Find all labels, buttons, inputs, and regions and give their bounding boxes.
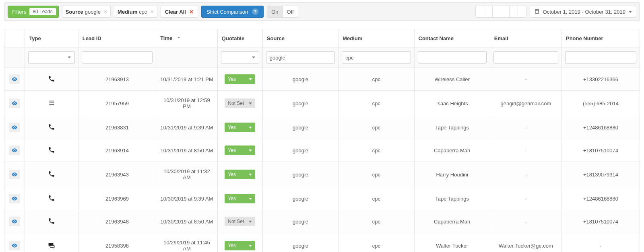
col-lead-id[interactable]: Lead ID bbox=[78, 29, 156, 47]
filter-phone[interactable] bbox=[565, 51, 636, 64]
filter-lead-id[interactable] bbox=[82, 51, 153, 64]
cell-email: - bbox=[490, 68, 561, 91]
view-row-button[interactable] bbox=[9, 145, 20, 155]
col-phone[interactable]: Phone Number bbox=[561, 29, 640, 47]
table-header-row: Type Lead ID Time Quotable Source Medium… bbox=[4, 29, 640, 47]
cell-time: 10/31/2019 at 9:39 AM bbox=[156, 116, 218, 139]
table-row: 2196383110/31/2019 at 9:39 AMYesgooglecp… bbox=[4, 116, 640, 139]
type-phone-icon bbox=[48, 197, 55, 203]
filter-tag-source[interactable]: Source google × bbox=[62, 6, 111, 18]
filter-tag-value: cpc bbox=[139, 9, 147, 15]
view-row-button[interactable] bbox=[9, 241, 20, 250]
cell-medium: cpc bbox=[339, 187, 414, 210]
cell-medium: cpc bbox=[339, 116, 414, 139]
toolbar-left: Filters 80 Leads Source google × Medium … bbox=[8, 6, 298, 18]
cell-source: google bbox=[262, 116, 338, 139]
calendar-icon bbox=[534, 8, 540, 15]
caret-down-icon bbox=[629, 11, 632, 13]
help-icon[interactable]: ? bbox=[252, 8, 258, 15]
filters-button[interactable]: Filters 80 Leads bbox=[8, 6, 59, 18]
cell-lead-id: 21963914 bbox=[78, 139, 156, 162]
filter-email[interactable] bbox=[493, 51, 558, 64]
col-source[interactable]: Source bbox=[262, 29, 338, 47]
toggle-off[interactable]: Off bbox=[283, 6, 298, 17]
cell-medium: cpc bbox=[339, 233, 414, 252]
cell-contact: Tape Tappings bbox=[414, 187, 490, 210]
upload-button[interactable] bbox=[476, 6, 484, 17]
refresh-button[interactable] bbox=[518, 6, 526, 17]
filter-tag-value: google bbox=[85, 9, 101, 15]
col-type[interactable]: Type bbox=[25, 29, 78, 47]
toggle-on[interactable]: On bbox=[267, 6, 283, 17]
add-button[interactable] bbox=[484, 6, 493, 17]
filter-contact[interactable] bbox=[418, 51, 487, 64]
col-quotable[interactable]: Quotable bbox=[217, 29, 262, 47]
filter-type[interactable] bbox=[28, 51, 74, 64]
cell-contact: Wireless Caller bbox=[414, 68, 490, 91]
cell-contact: Walter Tucker bbox=[414, 233, 490, 252]
leads-table: Type Lead ID Time Quotable Source Medium… bbox=[4, 29, 640, 252]
quotable-select[interactable]: Yes bbox=[225, 194, 255, 203]
toolbar: Filters 80 Leads Source google × Medium … bbox=[4, 2, 640, 21]
cell-phone: - bbox=[561, 233, 640, 252]
filter-tag-label: Source bbox=[66, 9, 83, 15]
close-icon[interactable]: × bbox=[104, 8, 107, 15]
caret-down-icon bbox=[249, 78, 252, 80]
cell-medium: cpc bbox=[339, 210, 414, 233]
view-row-button[interactable] bbox=[9, 98, 20, 108]
chevron-down-icon bbox=[176, 35, 181, 41]
col-contact[interactable]: Contact Name bbox=[414, 29, 490, 47]
filter-tag-medium[interactable]: Medium cpc × bbox=[114, 6, 157, 18]
quotable-select[interactable]: Yes bbox=[225, 170, 255, 179]
col-medium[interactable]: Medium bbox=[339, 29, 414, 47]
quotable-select[interactable]: Not Set bbox=[225, 98, 255, 108]
cell-time: 10/31/2019 at 12:59 PM bbox=[156, 91, 218, 116]
caret-down-icon bbox=[249, 102, 252, 104]
caret-down-icon bbox=[249, 127, 252, 129]
col-email[interactable]: Email bbox=[490, 29, 561, 47]
view-row-button[interactable] bbox=[9, 170, 20, 179]
strict-comparison-label: Strict Comparison bbox=[206, 9, 248, 15]
columns-button[interactable] bbox=[501, 6, 510, 17]
view-row-button[interactable] bbox=[9, 74, 20, 84]
view-row-button[interactable] bbox=[9, 123, 20, 132]
link-button[interactable] bbox=[510, 6, 518, 17]
table-row: 2196396910/30/2019 at 9:39 AMYesgooglecp… bbox=[4, 187, 640, 210]
cell-lead-id: 21963948 bbox=[78, 210, 156, 233]
cell-phone: +13302216366 bbox=[561, 68, 640, 91]
view-row-button[interactable] bbox=[9, 217, 20, 226]
col-time[interactable]: Time bbox=[156, 29, 218, 47]
download-button[interactable] bbox=[493, 6, 501, 17]
quotable-select[interactable]: Yes bbox=[225, 74, 255, 84]
clear-all-button[interactable]: Clear All ✕ bbox=[161, 6, 198, 18]
type-phone-icon bbox=[48, 220, 55, 226]
cell-contact: Tape Tappings bbox=[414, 116, 490, 139]
cell-lead-id: 21963913 bbox=[78, 68, 156, 91]
quotable-select[interactable]: Yes bbox=[225, 145, 255, 155]
cell-source: google bbox=[262, 162, 338, 187]
quotable-select[interactable]: Yes bbox=[225, 241, 255, 250]
cell-phone: +18107510074 bbox=[561, 139, 640, 162]
close-icon[interactable]: × bbox=[150, 8, 153, 15]
filter-medium[interactable] bbox=[342, 51, 411, 64]
filter-quotable[interactable] bbox=[221, 51, 259, 64]
date-range-button[interactable]: October 1, 2019 - October 31, 2019 bbox=[530, 6, 636, 18]
cell-lead-id: 21958398 bbox=[78, 233, 156, 252]
filters-count: 80 Leads bbox=[29, 8, 56, 15]
cell-medium: cpc bbox=[339, 68, 414, 91]
cell-source: google bbox=[262, 91, 338, 116]
view-row-button[interactable] bbox=[9, 194, 20, 203]
cell-email: - bbox=[490, 162, 561, 187]
cell-source: google bbox=[262, 68, 338, 91]
strict-comparison-button[interactable]: Strict Comparison ? bbox=[201, 6, 264, 18]
cell-medium: cpc bbox=[339, 162, 414, 187]
cell-lead-id: 21957959 bbox=[78, 91, 156, 116]
quotable-select[interactable]: Not Set bbox=[225, 217, 255, 226]
filter-source[interactable] bbox=[266, 51, 335, 64]
quotable-select[interactable]: Yes bbox=[225, 123, 255, 132]
close-icon: ✕ bbox=[189, 9, 194, 15]
table-row: 2196394310/30/2019 at 11:32 AMYesgooglec… bbox=[4, 162, 640, 187]
cell-email: gengirl@genmail.com bbox=[490, 91, 561, 116]
cell-email: - bbox=[490, 210, 561, 233]
clear-all-label: Clear All bbox=[165, 9, 186, 15]
